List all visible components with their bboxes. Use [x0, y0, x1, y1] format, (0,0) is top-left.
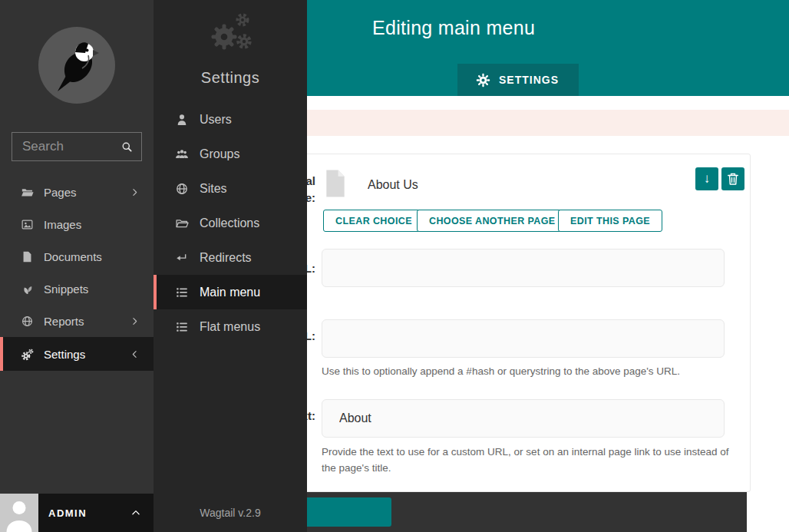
append-url-help: Use this to optionally append a #hash or… [322, 364, 751, 380]
sidebar-item-label: Pages [44, 186, 77, 199]
sidebar-item-snippets[interactable]: Snippets [0, 273, 154, 305]
page-title: Editing main menu [372, 17, 535, 39]
list-icon [175, 320, 189, 334]
tab-settings[interactable]: SETTINGS [457, 64, 579, 96]
list-icon [175, 286, 189, 299]
flyout-item-label: Flat menus [200, 320, 260, 334]
link-text-input[interactable] [322, 399, 725, 438]
document-icon [21, 250, 34, 263]
flyout-item-groups[interactable]: Groups [154, 137, 307, 171]
page-doc-icon [325, 170, 346, 197]
flyout-item-flat-menus[interactable]: Flat menus [154, 309, 307, 344]
sidebar: Pages Images Documents Snippets Reports … [0, 0, 154, 532]
sidebar-item-label: Reports [44, 315, 84, 328]
flyout-item-label: Redirects [200, 251, 252, 265]
move-down-button[interactable]: ↓ [695, 167, 718, 190]
arrow-down-icon: ↓ [704, 171, 711, 187]
folder-open-icon [175, 216, 189, 230]
chosen-page-title: About Us [368, 178, 418, 192]
flyout-item-label: Groups [200, 147, 239, 161]
flyout-item-main-menu[interactable]: Main menu [154, 275, 307, 309]
sidebar-item-reports[interactable]: Reports [0, 305, 154, 337]
flyout-item-label: Sites [200, 182, 227, 196]
custom-url-input[interactable] [322, 249, 725, 287]
flyout-item-collections[interactable]: Collections [154, 206, 307, 240]
choose-another-page-button[interactable]: CHOOSE ANOTHER PAGE [417, 210, 568, 232]
image-icon [21, 218, 34, 231]
sidebar-item-label: Documents [44, 250, 102, 263]
append-url-input[interactable] [322, 319, 725, 358]
clear-choice-button[interactable]: CLEAR CHOICE [323, 210, 424, 232]
sidebar-item-settings[interactable]: Settings [0, 337, 154, 371]
reports-icon [21, 315, 34, 328]
flyout-title: Settings [154, 69, 307, 87]
avatar [0, 494, 38, 532]
account-menu[interactable]: ADMIN [0, 494, 154, 532]
edit-this-page-button[interactable]: EDIT THIS PAGE [558, 210, 662, 232]
sidebar-item-pages[interactable]: Pages [0, 176, 154, 208]
group-icon [175, 147, 189, 161]
wagtail-logo[interactable] [38, 27, 115, 104]
search-input[interactable] [12, 139, 120, 154]
gear-icon [476, 73, 490, 88]
redirect-icon [175, 251, 189, 265]
sidebar-item-label: Settings [44, 348, 85, 361]
chevron-right-icon [130, 187, 140, 197]
gears-icon [21, 348, 34, 361]
snippet-icon [21, 283, 34, 296]
trash-icon [725, 171, 741, 187]
sidebar-item-label: Images [44, 218, 81, 231]
search-icon[interactable] [120, 140, 134, 154]
sidebar-search [12, 132, 142, 161]
chevron-left-icon [130, 349, 140, 359]
user-icon [175, 113, 189, 127]
link-text-help: Provide the text to use for a custom URL… [322, 444, 740, 477]
chevron-right-icon [130, 316, 140, 326]
flyout-item-users[interactable]: Users [154, 102, 307, 137]
chevron-up-icon [130, 507, 141, 518]
account-username: ADMIN [48, 507, 87, 519]
flyout-item-label: Users [200, 113, 232, 127]
flyout-item-label: Collections [200, 216, 259, 230]
gears-cluster-icon [206, 12, 255, 57]
folder-icon [21, 186, 34, 199]
globe-icon [175, 182, 189, 196]
sidebar-item-documents[interactable]: Documents [0, 240, 154, 273]
delete-item-button[interactable] [721, 167, 744, 190]
settings-flyout: Settings Users Groups Sites Collections … [154, 0, 307, 532]
flyout-item-sites[interactable]: Sites [154, 171, 307, 206]
tab-settings-label: SETTINGS [499, 74, 559, 86]
flyout-item-label: Main menu [200, 286, 260, 299]
sidebar-item-label: Snippets [44, 283, 88, 296]
sidebar-item-images[interactable]: Images [0, 208, 154, 240]
flyout-item-redirects[interactable]: Redirects [154, 240, 307, 275]
wagtail-version: Wagtail v.2.9 [154, 507, 307, 519]
